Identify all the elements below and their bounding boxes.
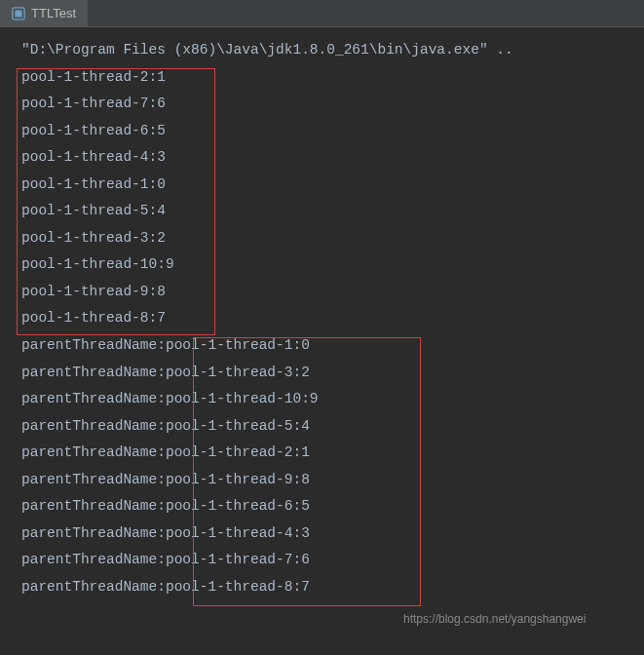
- output-line: parentThreadName:pool-1-thread-3:2: [21, 360, 638, 387]
- output-line: parentThreadName:pool-1-thread-1:0: [21, 332, 638, 360]
- output-line: parentThreadName:pool-1-thread-5:4: [21, 413, 638, 441]
- output-line: pool-1-thread-5:4: [21, 198, 638, 225]
- output-line: pool-1-thread-8:7: [21, 305, 638, 332]
- command-line: "D:\Program Files (x86)\Java\jdk1.8.0_26…: [21, 37, 638, 64]
- output-line: pool-1-thread-1:0: [21, 172, 638, 199]
- output-line: pool-1-thread-3:2: [21, 225, 638, 252]
- tab-title: TTLTest: [31, 6, 76, 20]
- console-output: "D:\Program Files (x86)\Java\jdk1.8.0_26…: [0, 27, 644, 606]
- output-block: pool-1-thread-2:1 pool-1-thread-7:6 pool…: [21, 64, 638, 601]
- tab-bar: TTLTest: [0, 0, 644, 27]
- tab-ttltest[interactable]: TTLTest: [0, 0, 88, 26]
- svg-rect-1: [16, 10, 22, 17]
- watermark: https://blog.csdn.net/yangshangwei: [403, 612, 586, 626]
- output-line: parentThreadName:pool-1-thread-7:6: [21, 547, 638, 574]
- output-line: pool-1-thread-9:8: [21, 279, 638, 306]
- output-line: pool-1-thread-2:1: [21, 64, 638, 92]
- output-line: pool-1-thread-7:6: [21, 91, 638, 118]
- output-line: pool-1-thread-4:3: [21, 144, 638, 172]
- run-config-icon: [12, 7, 25, 20]
- output-line: parentThreadName:pool-1-thread-4:3: [21, 520, 638, 548]
- output-line: pool-1-thread-10:9: [21, 251, 638, 279]
- output-line: parentThreadName:pool-1-thread-9:8: [21, 467, 638, 494]
- output-line: parentThreadName:pool-1-thread-10:9: [21, 386, 638, 413]
- output-line: pool-1-thread-6:5: [21, 118, 638, 145]
- output-line: parentThreadName:pool-1-thread-6:5: [21, 493, 638, 520]
- output-line: parentThreadName:pool-1-thread-8:7: [21, 574, 638, 601]
- output-line: parentThreadName:pool-1-thread-2:1: [21, 440, 638, 467]
